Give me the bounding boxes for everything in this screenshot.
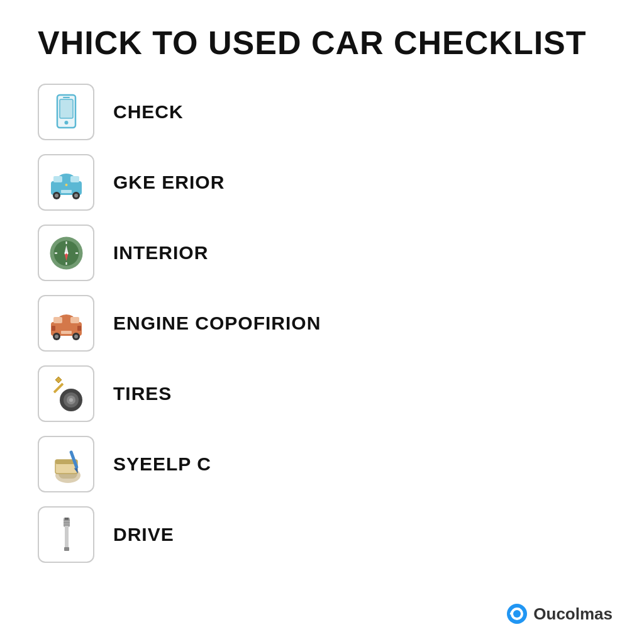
engine-label: ENGINE COPOFIRION [113,313,321,334]
svg-rect-47 [65,518,69,520]
svg-rect-12 [61,190,72,193]
svg-rect-32 [77,326,81,331]
syeelp-label: SYEELP C [113,453,211,475]
svg-rect-31 [52,326,55,331]
checklist: CHECK GKE ERIOR [38,80,606,619]
tools-hand-icon [46,444,87,485]
tires-icon [46,374,87,414]
car-front-orange-icon [46,303,87,344]
svg-point-53 [513,610,521,618]
screwdriver-icon [46,514,87,555]
page-container: VHICK TO USED CAR CHECKLIST CHECK [0,0,644,644]
svg-rect-45 [65,526,69,550]
car-front-blue-icon [46,162,87,203]
smartphone-icon [46,92,87,133]
branding: Oucolmas [506,602,613,625]
interior-icon-box [38,225,94,281]
svg-point-9 [55,194,58,197]
svg-point-27 [55,335,58,338]
tires-icon-box [38,365,94,422]
svg-rect-25 [70,317,79,323]
engine-icon-box [38,295,94,352]
svg-point-37 [69,398,73,402]
svg-rect-46 [64,547,69,551]
drive-label: DRIVE [113,524,174,545]
exterior-icon-box [38,154,94,211]
check-icon-box [38,84,94,140]
list-item: TIRES [38,362,606,426]
svg-rect-6 [53,176,62,182]
drive-icon-box [38,506,94,563]
list-item: SYEELP C [38,432,606,496]
brand-logo-icon [506,602,528,625]
syeelp-icon-box [38,436,94,492]
list-item: ENGINE COPOFIRION [38,291,606,355]
list-item: GKE ERIOR [38,150,606,214]
brand-name: Oucolmas [533,604,613,624]
svg-rect-33 [53,382,64,393]
svg-point-11 [74,194,78,197]
exterior-label: GKE ERIOR [113,172,225,193]
svg-point-29 [74,335,78,338]
svg-rect-1 [60,99,73,118]
page-title: VHICK TO USED CAR CHECKLIST [38,25,606,61]
svg-rect-24 [53,317,62,323]
list-item: DRIVE [38,502,606,567]
interior-label: INTERIOR [113,242,208,264]
svg-point-13 [65,184,67,186]
compass-icon [46,233,87,274]
list-item: CHECK [38,80,606,144]
check-label: CHECK [113,101,184,123]
list-item: INTERIOR [38,221,606,285]
tires-label: TIRES [113,383,172,404]
svg-rect-7 [70,176,79,182]
svg-point-3 [64,121,68,125]
svg-rect-30 [61,331,72,334]
